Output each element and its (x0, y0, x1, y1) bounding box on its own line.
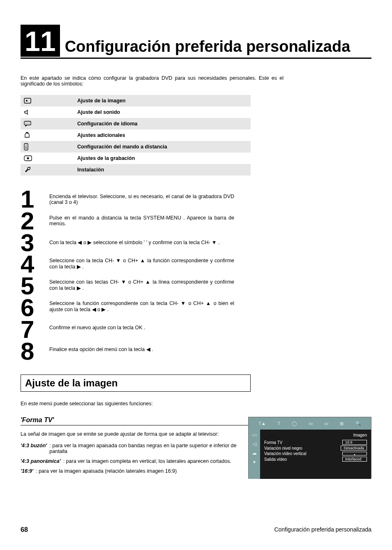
osd-panel-title: Imagen (264, 433, 367, 437)
osd-top-icon: T (277, 421, 280, 426)
osd-row: Salida vídeo Interlaced (264, 457, 367, 462)
svg-point-4 (27, 123, 28, 124)
step-text: Seleccione la función correspondiente co… (49, 296, 234, 317)
step-text: Encienda el televisor. Seleccione, si es… (49, 189, 234, 210)
step-numbers: 1 2 3 4 5 6 7 8 (21, 189, 49, 362)
osd-row: Variación vídeo vertical (264, 451, 367, 456)
osd-top-icon: T▲ (258, 421, 266, 426)
svg-point-3 (25, 123, 26, 124)
osd-side-icon: ▭ (252, 432, 257, 438)
page-number: 68 (21, 526, 28, 534)
step-text: Seleccione con la tecla CH- ▼ o CH+ ▲ la… (49, 253, 234, 274)
option-line: '4:3 buzón' : para ver la imagen apaisad… (21, 443, 251, 454)
symbol-row: Ajustes adicionales (21, 129, 251, 141)
step-text: Pulse en el mando a distancia la tecla S… (49, 210, 234, 231)
osd-side-icon: ◁ (253, 441, 256, 447)
chapter-header: 11 Configuración preferida personalizada (21, 25, 371, 59)
osd-top-icon: 🔍 (355, 421, 361, 426)
symbol-label: Ajustes adicionales (77, 132, 125, 138)
record-icon (24, 155, 77, 161)
symbol-label: Ajuste de la imagen (77, 98, 125, 104)
osd-top-icon: ◯ (292, 421, 297, 426)
option-desc: : para ver la imagen apaisada (relación … (36, 468, 177, 474)
osd-key: Variación vídeo vertical (264, 451, 307, 456)
osd-value: 16:9 (342, 440, 367, 445)
svg-rect-9 (25, 148, 27, 148)
section-intro: En este menú puede seleccionar las sigui… (21, 401, 371, 407)
sound-icon (24, 109, 77, 115)
option-desc: : para ver la imagen apaisada con bandas… (49, 443, 251, 454)
step-text: Seleccione con las teclas CH- ▼ o CH+ ▲ … (49, 274, 234, 296)
symbol-label: Ajustes de la grabación (77, 155, 135, 161)
symbol-table: Ajuste de la imagen Ajuste del sonido Co… (21, 95, 251, 176)
option-line: '16:9' : para ver la imagen apaisada (re… (21, 468, 251, 474)
svg-point-11 (27, 157, 29, 159)
svg-point-1 (26, 100, 28, 102)
option-line: '4:3 panorámica' : para ver la imagen co… (21, 458, 251, 464)
subheading: 'Forma TV' (21, 416, 251, 425)
footer-section-title: Configuración preferida personalizada (274, 526, 371, 534)
svg-point-5 (29, 123, 30, 124)
osd-value: Interlaced (342, 457, 367, 462)
osd-preview: T▲ T ◯ ▭ ▭ ⊞ 🔍 ▭ ◁ ☁ ▾ Imagen Forma TV 1… (248, 417, 371, 478)
language-icon (24, 121, 77, 127)
osd-side-icon: ▾ (253, 459, 256, 465)
chapter-title: Configuración preferida personalizada (65, 39, 350, 57)
osd-value: Desactivada (341, 446, 367, 451)
option-label: '16:9' (21, 468, 33, 474)
osd-top-icon: ▭ (309, 421, 313, 426)
osd-key: Forma TV (264, 440, 282, 445)
symbol-row: Configuración de idioma (21, 118, 251, 129)
symbol-row: Ajuste del sonido (21, 106, 251, 118)
symbol-label: Configuración del mando a distancia (77, 144, 167, 150)
remote-icon (24, 143, 77, 150)
osd-row: Variación nivel negro Desactivada (264, 446, 367, 451)
symbol-row: Ajuste de la imagen (21, 95, 251, 106)
page-footer: 68 Configuración preferida personalizada (21, 526, 371, 534)
step-number: 8 (21, 341, 49, 363)
symbol-row: Instalación (21, 164, 251, 176)
symbol-label: Ajuste del sonido (77, 109, 120, 115)
osd-slider (342, 452, 367, 455)
symbol-row: Configuración del mando a distancia (21, 141, 251, 153)
osd-content: Imagen Forma TV 16:9 Variación nivel neg… (260, 430, 371, 479)
symbol-label: Configuración de idioma (77, 121, 138, 127)
step-text: Con la tecla ◀ o ▶ seleccione el símbolo… (49, 231, 234, 253)
osd-top-icon: ⊞ (340, 421, 344, 426)
symbol-row: Ajustes de la grabación (21, 153, 251, 164)
steps-block: 1 2 3 4 5 6 7 8 Encienda el televisor. S… (21, 189, 371, 362)
svg-rect-8 (25, 147, 27, 147)
option-label: '4:3 buzón' (21, 443, 47, 454)
osd-sidebar: ▭ ◁ ☁ ▾ (249, 430, 260, 479)
symbol-label: Instalación (77, 167, 104, 173)
step-text: Confirme el nuevo ajuste con la tecla OK… (49, 317, 234, 338)
step-text: Finalice esta opción del menú con la tec… (49, 338, 234, 360)
osd-key: Variación nivel negro (264, 446, 302, 451)
features-icon (24, 132, 77, 139)
option-label: '4:3 panorámica' (21, 458, 61, 464)
osd-row: Forma TV 16:9 (264, 440, 367, 445)
intro-paragraph: En este apartado se indica cómo configur… (21, 75, 284, 87)
svg-point-7 (26, 145, 27, 146)
section-heading-box: Ajuste de la imagen (21, 374, 251, 392)
section-heading: Ajuste de la imagen (25, 377, 246, 389)
install-icon (24, 166, 77, 173)
chapter-number: 11 (21, 25, 60, 57)
osd-top-icon: ▭ (324, 421, 328, 426)
osd-side-icon: ☁ (252, 450, 257, 456)
osd-key: Salida vídeo (264, 457, 287, 462)
option-desc: : para ver la imagen completa en vertica… (63, 458, 231, 464)
picture-icon (24, 98, 77, 104)
osd-topbar: T▲ T ◯ ▭ ▭ ⊞ 🔍 (249, 417, 371, 430)
